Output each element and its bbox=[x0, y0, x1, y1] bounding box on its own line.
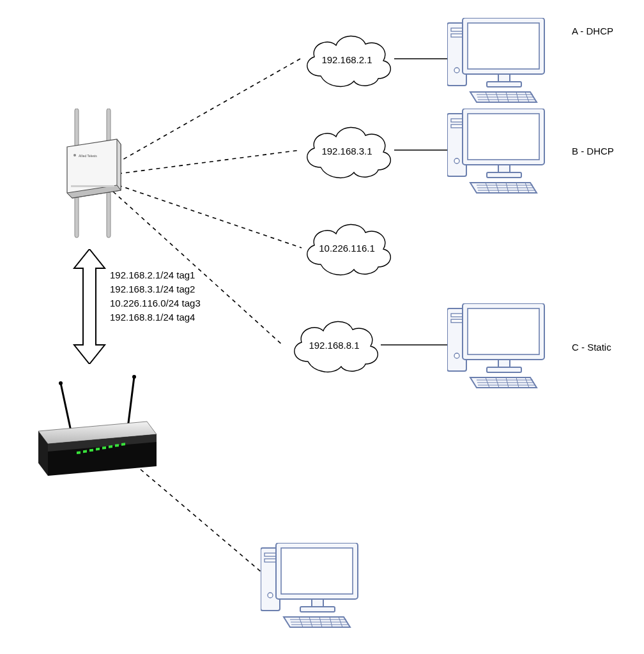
svg-rect-27 bbox=[83, 450, 87, 453]
svg-rect-32 bbox=[115, 444, 119, 447]
computer-a-icon bbox=[447, 18, 549, 103]
vlan-line: 192.168.2.1/24 tag1 bbox=[110, 268, 201, 282]
cloud-network-a: 192.168.2.1 bbox=[299, 29, 395, 89]
svg-rect-31 bbox=[109, 445, 112, 448]
cloud-network-d: 192.168.8.1 bbox=[286, 314, 382, 375]
svg-rect-11 bbox=[107, 192, 111, 238]
svg-rect-26 bbox=[77, 451, 80, 454]
access-point-icon: Allied Telesis bbox=[54, 109, 131, 249]
access-point-brand: Allied Telesis bbox=[79, 154, 97, 158]
svg-line-2 bbox=[118, 185, 302, 248]
computer-a-label: A - DHCP bbox=[572, 26, 613, 38]
svg-rect-8 bbox=[75, 109, 79, 147]
svg-line-18 bbox=[61, 383, 70, 428]
cloud-network-c: 10.226.116.1 bbox=[299, 217, 395, 278]
computer-b-label: B - DHCP bbox=[572, 146, 614, 158]
computer-c-icon bbox=[447, 303, 549, 389]
svg-line-0 bbox=[117, 59, 300, 163]
cloud-ip: 192.168.8.1 bbox=[286, 340, 382, 351]
svg-line-19 bbox=[128, 377, 134, 428]
svg-point-21 bbox=[132, 375, 136, 379]
cloud-ip: 192.168.3.1 bbox=[299, 146, 395, 156]
svg-marker-17 bbox=[74, 249, 105, 364]
vlan-line: 10.226.116.0/24 tag3 bbox=[110, 296, 201, 310]
svg-point-20 bbox=[59, 381, 63, 385]
svg-rect-33 bbox=[121, 443, 125, 446]
cloud-ip: 192.168.2.1 bbox=[299, 54, 395, 65]
svg-rect-30 bbox=[102, 446, 106, 450]
diagram-canvas: Allied Telesis 192.168.2.1/24 tag1 192.1… bbox=[0, 0, 644, 654]
svg-rect-10 bbox=[75, 192, 79, 238]
svg-line-1 bbox=[118, 150, 300, 174]
vlan-line: 192.168.3.1/24 tag2 bbox=[110, 282, 201, 296]
svg-line-7 bbox=[141, 469, 268, 578]
cloud-network-b: 192.168.3.1 bbox=[299, 120, 395, 181]
svg-rect-28 bbox=[89, 449, 93, 452]
computer-bottom-icon bbox=[261, 543, 363, 628]
router-icon bbox=[26, 370, 160, 479]
computer-b-icon bbox=[447, 109, 549, 194]
vlan-line: 192.168.8.1/24 tag4 bbox=[110, 310, 201, 324]
svg-rect-29 bbox=[96, 448, 100, 451]
computer-c-label: C - Static bbox=[572, 342, 611, 354]
svg-rect-16 bbox=[71, 185, 114, 187]
vlan-tag-list: 192.168.2.1/24 tag1 192.168.3.1/24 tag2 … bbox=[110, 268, 201, 324]
svg-marker-13 bbox=[117, 139, 121, 190]
cloud-ip: 10.226.116.1 bbox=[299, 243, 395, 254]
trunk-arrow-icon bbox=[70, 249, 109, 364]
svg-point-15 bbox=[73, 154, 76, 156]
